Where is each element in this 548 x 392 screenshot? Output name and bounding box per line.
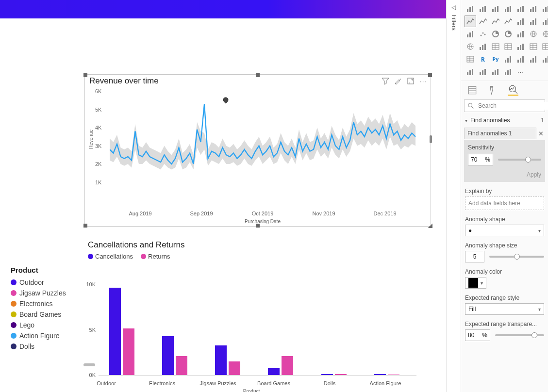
more-options-icon[interactable] <box>419 77 427 85</box>
viz-type-sbh2[interactable] <box>515 3 527 15</box>
bar-returns[interactable] <box>335 374 347 375</box>
viz-type-paginated[interactable] <box>465 66 476 78</box>
viz-type-rib[interactable] <box>540 3 548 15</box>
range-transparency-input[interactable]: 80% <box>465 329 490 341</box>
slicer-item[interactable]: Jigsaw Puzzles <box>11 288 86 298</box>
bar-cancellations[interactable] <box>109 288 121 375</box>
viz-type-donut[interactable] <box>502 28 514 40</box>
bar-returns[interactable] <box>123 328 134 375</box>
focus-mode-icon[interactable] <box>407 77 415 85</box>
filter-icon[interactable] <box>382 77 389 85</box>
slicer-item[interactable]: Dolls <box>11 341 86 352</box>
report-canvas[interactable]: Product OutdoorJigsaw PuzzlesElectronics… <box>0 18 446 392</box>
viz-type-narrative[interactable] <box>540 53 548 65</box>
sensitivity-slider[interactable] <box>498 159 541 161</box>
anomaly-shape-size-input[interactable]: 5 <box>465 251 484 262</box>
viz-type-col[interactable] <box>515 16 527 27</box>
bar-returns[interactable] <box>388 375 399 375</box>
viz-type-matrix[interactable] <box>465 53 476 65</box>
anomaly-shape-select[interactable]: ● <box>465 225 544 236</box>
viz-type-ccb[interactable] <box>502 3 514 15</box>
slicer-item[interactable]: Board Games <box>11 309 86 320</box>
bar-cancellations[interactable] <box>321 374 333 375</box>
viz-type-linecol[interactable] <box>502 16 514 27</box>
range-transparency-slider[interactable] <box>495 334 544 336</box>
bar-returns[interactable] <box>176 356 187 375</box>
viz-type-funnel[interactable] <box>465 28 476 40</box>
bar-cancellations[interactable] <box>268 368 280 375</box>
fields-tab-icon[interactable] <box>467 85 478 96</box>
resize-handle-ne[interactable] <box>428 73 432 77</box>
resize-handle-s[interactable] <box>256 224 260 228</box>
viz-type-decomp[interactable] <box>515 53 527 65</box>
viz-type-sarea[interactable] <box>490 16 501 27</box>
svg-rect-26 <box>532 20 534 25</box>
explain-by-dropwell[interactable]: Add data fields here <box>465 196 544 210</box>
sensitivity-input[interactable]: 70% <box>468 154 493 165</box>
viz-type-get[interactable] <box>502 66 514 78</box>
viz-type-R[interactable]: R <box>477 53 489 65</box>
resize-handle-sw[interactable] <box>83 224 87 228</box>
slicer-item[interactable]: Electronics <box>11 298 86 309</box>
viz-type-sbh[interactable] <box>490 3 501 15</box>
viz-type-table[interactable] <box>540 41 548 52</box>
product-slicer[interactable]: Product OutdoorJigsaw PuzzlesElectronics… <box>11 266 86 352</box>
anomaly-marker-icon[interactable] <box>222 97 229 104</box>
viz-type-keyinf[interactable] <box>502 53 514 65</box>
slicer-item[interactable]: Lego <box>11 320 86 330</box>
bar-returns[interactable] <box>229 361 240 375</box>
svg-rect-65 <box>543 60 544 63</box>
analytics-search-input[interactable] <box>477 102 548 110</box>
viz-type-tree[interactable] <box>515 28 527 40</box>
bar-cancellations[interactable] <box>215 345 227 375</box>
anomaly-instance-chip[interactable]: Find anomalies 1 <box>464 128 536 139</box>
viz-type-mrow[interactable] <box>502 41 514 52</box>
viz-type-fmap[interactable] <box>540 28 548 40</box>
viz-type-Py[interactable]: Py <box>490 53 501 65</box>
apply-button[interactable]: Apply <box>468 171 541 178</box>
viz-type-pie[interactable] <box>490 28 501 40</box>
viz-type-more[interactable] <box>515 66 527 78</box>
resize-handle-se[interactable] <box>428 223 432 228</box>
revenue-line-chart-card[interactable]: Revenue over time Revenue Purchasing Dat… <box>85 75 431 226</box>
viz-type-arc[interactable] <box>490 66 501 78</box>
anomaly-shape-size-slider[interactable] <box>489 256 544 258</box>
viz-type-card[interactable] <box>490 41 501 52</box>
analytics-search[interactable] <box>464 99 545 112</box>
bar-cancellations[interactable] <box>374 374 386 375</box>
viz-type-hcc[interactable] <box>528 3 539 15</box>
analytics-tab-icon[interactable] <box>508 85 518 96</box>
find-anomalies-section-header[interactable]: Find anomalies 1 <box>461 114 548 127</box>
filters-pane-collapsed[interactable]: ◁ Filters <box>446 0 461 392</box>
remove-instance-icon[interactable]: ✕ <box>536 130 545 137</box>
viz-type-kpi[interactable] <box>515 41 527 52</box>
viz-type-filled[interactable] <box>465 41 476 52</box>
viz-type-qna[interactable] <box>528 53 539 65</box>
viz-type-scatter[interactable] <box>477 28 489 40</box>
viz-type-map[interactable] <box>528 28 539 40</box>
anomaly-color-picker[interactable] <box>465 277 486 289</box>
resize-handle-n[interactable] <box>256 73 260 77</box>
range-style-select[interactable]: Fill <box>465 303 544 315</box>
viz-type-area[interactable] <box>477 16 489 27</box>
resize-handle-nw[interactable] <box>83 73 87 77</box>
svg-rect-16 <box>530 9 531 12</box>
viz-type-sb[interactable] <box>465 3 476 15</box>
bar-returns[interactable] <box>282 356 293 375</box>
legend-item-returns[interactable]: Returns <box>141 253 170 260</box>
legend-item-cancellations[interactable]: Cancellations <box>88 253 133 260</box>
bar-cancellations[interactable] <box>162 336 174 375</box>
viz-type-line[interactable] <box>465 16 476 27</box>
format-tab-icon[interactable] <box>487 85 498 96</box>
slicer-item[interactable]: Action Figure <box>11 330 86 341</box>
viz-type-slicer[interactable] <box>528 41 539 52</box>
viz-type-water[interactable] <box>540 16 548 27</box>
cancellations-bar-chart-card[interactable]: Cancellations and Returns Cancellations … <box>83 239 431 392</box>
viz-type-cb[interactable] <box>477 3 489 15</box>
viz-type-gauge[interactable] <box>477 41 489 52</box>
viz-type-ribbon[interactable] <box>528 16 539 27</box>
viz-type-pa[interactable] <box>477 66 489 78</box>
analytics-brush-icon[interactable] <box>394 77 402 85</box>
expand-filters-icon[interactable]: ◁ <box>451 4 456 11</box>
slicer-item[interactable]: Outdoor <box>11 277 86 288</box>
